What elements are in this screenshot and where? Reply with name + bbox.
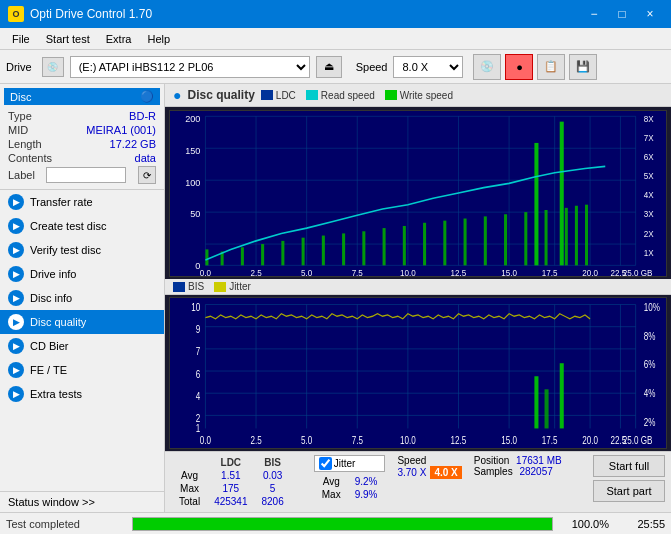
svg-text:1: 1 <box>196 423 201 434</box>
toolbar-btn-4[interactable]: 💾 <box>569 54 597 80</box>
svg-rect-32 <box>504 214 507 265</box>
speed-select[interactable]: 8.0 X 4.0 X 2.0 X 1.0 X <box>393 56 463 78</box>
svg-text:17.5: 17.5 <box>542 268 558 276</box>
disc-label-row: Label ⟳ <box>4 165 160 185</box>
disc-quality-label: Disc quality <box>30 316 86 328</box>
menu-extra[interactable]: Extra <box>98 31 140 47</box>
svg-rect-35 <box>545 210 548 265</box>
position-label: Position <box>474 455 510 466</box>
position-value: 17631 MB <box>516 455 562 466</box>
jitter-max-label: Max <box>316 489 347 500</box>
cd-bier-label: CD Bier <box>30 340 69 352</box>
toolbar-btn-3[interactable]: 📋 <box>537 54 565 80</box>
legend-jitter: Jitter <box>214 281 251 292</box>
svg-rect-30 <box>464 219 467 266</box>
disc-mid-row: MID MEIRA1 (001) <box>4 123 160 137</box>
svg-text:8X: 8X <box>644 113 654 123</box>
minimize-button[interactable]: − <box>581 4 607 24</box>
app-title: Opti Drive Control 1.70 <box>30 7 152 21</box>
svg-text:5X: 5X <box>644 171 654 181</box>
svg-rect-29 <box>443 221 446 266</box>
svg-rect-27 <box>403 226 406 265</box>
legend-read-speed-box <box>306 90 318 100</box>
maximize-button[interactable]: □ <box>609 4 635 24</box>
extra-tests-label: Extra tests <box>30 388 82 400</box>
drive-select[interactable]: (E:) ATAPI iHBS112 2 PL06 <box>70 56 310 78</box>
start-full-button[interactable]: Start full <box>593 455 665 477</box>
legend-write-speed-box <box>385 90 397 100</box>
sidebar-item-disc-quality[interactable]: ▶ Disc quality <box>0 310 164 334</box>
verify-test-disc-label: Verify test disc <box>30 244 101 256</box>
sidebar-item-transfer-rate[interactable]: ▶ Transfer rate <box>0 190 164 214</box>
verify-test-disc-icon: ▶ <box>8 242 24 258</box>
eject-button[interactable]: ⏏ <box>316 56 342 78</box>
sidebar-item-create-test-disc[interactable]: ▶ Create test disc <box>0 214 164 238</box>
disc-info-label: Disc info <box>30 292 72 304</box>
svg-rect-19 <box>241 247 244 265</box>
drive-info-label: Drive info <box>30 268 76 280</box>
cd-bier-icon: ▶ <box>8 338 24 354</box>
title-bar: O Opti Drive Control 1.70 − □ × <box>0 0 671 28</box>
disc-label-refresh-button[interactable]: ⟳ <box>138 166 156 184</box>
legend-bis: BIS <box>173 281 204 292</box>
toolbar-btn-2[interactable]: ● <box>505 54 533 80</box>
chart1-area: 200 150 100 50 0 8X 7X 6X 5X 4X 3X 2X 1X… <box>169 110 667 277</box>
start-part-button[interactable]: Start part <box>593 480 665 502</box>
svg-text:2%: 2% <box>644 417 656 428</box>
close-button[interactable]: × <box>637 4 663 24</box>
svg-text:5.0: 5.0 <box>301 268 313 276</box>
speed-values: 3.70 X 4.0 X <box>397 466 461 479</box>
svg-rect-17 <box>205 249 208 265</box>
svg-rect-21 <box>281 241 284 265</box>
svg-text:7.5: 7.5 <box>352 435 363 446</box>
svg-rect-37 <box>565 208 568 265</box>
stats-avg-bis: 0.03 <box>256 470 290 481</box>
svg-rect-38 <box>575 206 578 266</box>
sidebar-item-disc-info[interactable]: ▶ Disc info <box>0 286 164 310</box>
speed-section: Speed 3.70 X 4.0 X <box>397 455 461 479</box>
svg-rect-83 <box>560 363 564 428</box>
stats-col-bis: BIS <box>256 457 290 468</box>
menu-help[interactable]: Help <box>139 31 178 47</box>
toolbar-icons: 💿 ● 📋 💾 <box>473 54 597 80</box>
svg-text:20.0: 20.0 <box>582 268 598 276</box>
menu-start-test[interactable]: Start test <box>38 31 98 47</box>
stats-total-ldc: 425341 <box>208 496 253 507</box>
svg-text:4X: 4X <box>644 190 654 200</box>
fe-te-label: FE / TE <box>30 364 67 376</box>
legend-write-speed-label: Write speed <box>400 90 453 101</box>
progress-bar-container <box>132 517 553 531</box>
status-window-button[interactable]: Status window >> <box>0 491 164 512</box>
jitter-label: Jitter <box>334 458 356 469</box>
svg-rect-36 <box>560 122 564 266</box>
status-text: Test completed <box>6 518 126 530</box>
sidebar-item-cd-bier[interactable]: ▶ CD Bier <box>0 334 164 358</box>
svg-text:1X: 1X <box>644 248 654 258</box>
svg-text:7: 7 <box>196 346 201 357</box>
chart2-svg: 10 9 7 6 4 2 1 10% 8% 6% 4% 2% 0.0 2.5 <box>170 298 666 448</box>
speed-avg-val: 3.70 X <box>397 467 426 478</box>
svg-rect-26 <box>383 228 386 265</box>
disc-header: Disc 🔵 <box>4 88 160 105</box>
svg-rect-28 <box>423 223 426 266</box>
stats-max-bis: 5 <box>256 483 290 494</box>
sidebar-item-fe-te[interactable]: ▶ FE / TE <box>0 358 164 382</box>
disc-label-input[interactable] <box>46 167 126 183</box>
jitter-avg-label: Avg <box>316 476 347 487</box>
app-icon: O <box>8 6 24 22</box>
sidebar-item-drive-info[interactable]: ▶ Drive info <box>0 262 164 286</box>
disc-contents-label: Contents <box>8 152 52 164</box>
sidebar-item-extra-tests[interactable]: ▶ Extra tests <box>0 382 164 406</box>
content-header-icon: ● <box>173 87 181 103</box>
chart1-svg: 200 150 100 50 0 8X 7X 6X 5X 4X 3X 2X 1X… <box>170 111 666 276</box>
jitter-checkbox[interactable] <box>319 457 332 470</box>
stats-total-label: Total <box>173 496 206 507</box>
toolbar-btn-1[interactable]: 💿 <box>473 54 501 80</box>
sidebar-item-verify-test-disc[interactable]: ▶ Verify test disc <box>0 238 164 262</box>
disc-type-value: BD-R <box>129 110 156 122</box>
legend-ldc-box <box>261 90 273 100</box>
transfer-rate-icon: ▶ <box>8 194 24 210</box>
menu-file[interactable]: File <box>4 31 38 47</box>
legend-ldc: LDC <box>261 90 296 101</box>
svg-text:200: 200 <box>185 113 200 123</box>
